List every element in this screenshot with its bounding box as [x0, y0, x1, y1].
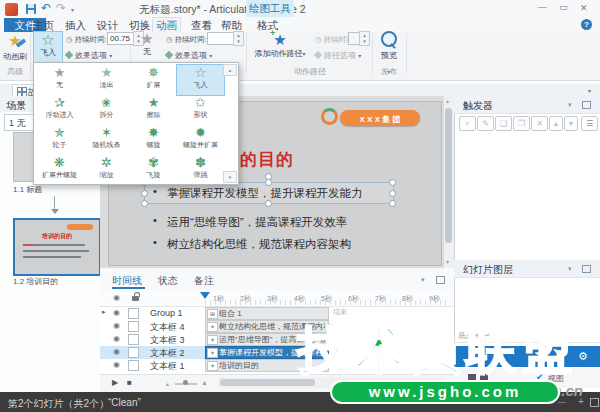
move-up-button[interactable]: ▴ [549, 116, 563, 131]
save-icon[interactable] [26, 4, 36, 14]
play-button[interactable]: ▶ [112, 378, 118, 387]
paste-trigger-button[interactable]: ❐ [513, 116, 530, 131]
tab-format[interactable]: 格式 [254, 18, 281, 32]
animation-option-grow-spin[interactable]: ❋ 扩展并螺旋 [36, 155, 83, 185]
layer-settings-gear-icon[interactable]: ⚙ [578, 350, 588, 363]
zoom-out-icon[interactable]: ▲ [165, 381, 170, 387]
path-duration-spinner[interactable]: ▴▾ [359, 31, 370, 46]
exit-effect-button[interactable]: ★ 无 ▾ [133, 31, 161, 63]
resize-handle[interactable] [389, 200, 396, 207]
eye-column-icon[interactable]: ◉ [113, 293, 120, 302]
animation-option-shape[interactable]: ✩ 形状 [177, 95, 224, 125]
resize-handle[interactable] [265, 200, 272, 207]
resize-handle[interactable] [265, 179, 272, 186]
layers-popout-icon[interactable] [582, 265, 591, 273]
undo-icon[interactable]: ↶ [41, 1, 51, 15]
slide-bullet-2[interactable]: 运用“思维导图”，提高课程开发效率 [167, 215, 347, 230]
resize-handle[interactable] [141, 200, 148, 207]
timeline-bar-group[interactable]: ⊞ 组合 1 [205, 307, 329, 320]
stop-button[interactable]: ■ [127, 378, 132, 387]
help-icon[interactable]: ? [581, 19, 592, 30]
redo-icon[interactable]: ↷ [56, 1, 66, 15]
slide-thumbnail-2[interactable]: 培训的目的 [13, 218, 101, 276]
tab-notes[interactable]: 备注 [194, 274, 214, 288]
timeline-row-name[interactable]: 文本框 2 [150, 347, 185, 360]
viewbar-dropdown-icon[interactable]: ▾ [588, 87, 591, 94]
minimize-button[interactable]: — [538, 2, 547, 12]
animation-option-fly-in[interactable]: ☆ 飞入 [176, 64, 225, 96]
path-options[interactable]: 路径选项 ▾ [315, 50, 361, 61]
exit-duration-spinner[interactable]: ▴▾ [233, 31, 244, 46]
entrance-duration-input[interactable]: 00.75 [107, 32, 135, 45]
exit-duration-input[interactable] [207, 32, 235, 45]
animation-option-grow[interactable]: ✵ 扩展 [130, 65, 177, 95]
timeline-menu-icon[interactable]: ▾ [421, 276, 425, 284]
timeline-row-name[interactable]: Group 1 [150, 308, 183, 318]
timeline-row-name[interactable]: 文本框 4 [150, 321, 185, 334]
row-lock-checkbox[interactable] [128, 321, 139, 332]
trigger-list-button[interactable]: ☰ [581, 116, 598, 131]
row-lock-checkbox[interactable] [128, 334, 139, 345]
animation-option-swivel[interactable]: ✾ 飞旋 [130, 155, 177, 185]
new-trigger-button[interactable]: ▫ [459, 116, 476, 131]
tab-home[interactable]: 主页 [30, 18, 57, 32]
entrance-effect-options[interactable]: 效果选项 ▾ [66, 50, 112, 61]
playhead[interactable] [200, 292, 210, 299]
row-eye-icon[interactable]: ◉ [113, 360, 120, 369]
animation-option-none[interactable]: ★ 无 [36, 65, 83, 95]
delete-trigger-button[interactable]: ✕ [531, 116, 548, 131]
animation-painter-button[interactable]: ★ 动画刷 [1, 32, 29, 62]
tab-design[interactable]: 设计 [94, 18, 121, 32]
maximize-button[interactable]: ▭ [559, 2, 568, 12]
copy-trigger-button[interactable]: ❏ [495, 116, 512, 131]
triggers-popout-icon[interactable] [582, 101, 591, 109]
gallery-scroll-up-icon[interactable]: ▴ [223, 64, 237, 76]
animation-option-random-bars[interactable]: ✶ 随机线条 [83, 125, 130, 155]
edit-trigger-button[interactable]: ✎ [477, 116, 494, 131]
animation-option-wheel[interactable]: ✯ 轮子 [36, 125, 83, 155]
slide-scrollbar[interactable]: ▴ ▾ [444, 96, 454, 268]
row-eye-icon[interactable]: ◉ [113, 308, 120, 317]
row-eye-icon[interactable]: ◉ [113, 334, 120, 343]
entrance-effect-button[interactable]: ☆ 飞入 ▾ [33, 31, 63, 65]
timeline-popout-icon[interactable] [436, 276, 445, 284]
animation-option-fade[interactable]: ★ 淡出 [83, 65, 130, 95]
row-lock-checkbox[interactable] [128, 308, 139, 319]
exit-effect-options[interactable]: 效果选项 ▾ [166, 50, 212, 61]
fit-to-window-icon[interactable] [590, 398, 599, 407]
timeline-zoom-knob[interactable] [183, 380, 188, 385]
animation-option-wipe[interactable]: ★ 擦除 [130, 95, 177, 125]
tab-timeline[interactable]: 时间线 [112, 274, 142, 288]
row-eye-icon[interactable]: ◉ [113, 321, 120, 330]
triggers-menu-icon[interactable]: ▾ [568, 101, 572, 109]
gallery-scroll-down-icon[interactable]: ▾ [223, 171, 237, 183]
animation-option-zoom[interactable]: ✲ 缩放 [83, 155, 130, 185]
row-lock-checkbox[interactable] [128, 347, 139, 358]
close-button[interactable]: ✕ [580, 3, 588, 13]
row-eye-icon[interactable]: ◉ [113, 347, 120, 356]
tab-insert[interactable]: 插入 [62, 18, 89, 32]
animation-option-split[interactable]: ✬ 拆分 [83, 95, 130, 125]
animation-option-spin[interactable]: ✸ 螺旋 [130, 125, 177, 155]
layers-menu-icon[interactable]: ▾ [568, 265, 572, 273]
slide-bullet-1[interactable]: 掌握课程开发模型，提升课程开发能力 [167, 186, 363, 201]
resize-handle[interactable] [389, 190, 396, 197]
animation-option-float-in[interactable]: ✰ 浮动进入 [36, 95, 83, 125]
zoom-in-icon[interactable]: ▲ [201, 379, 208, 386]
tab-help[interactable]: 帮助 [218, 18, 245, 32]
move-down-button[interactable]: ▾ [564, 116, 578, 131]
add-motion-path-button[interactable]: ★ + 添加动作路径▾ [250, 31, 310, 59]
slide-bullet-3[interactable]: 树立结构化思维，规范课程内容架构 [167, 237, 351, 252]
tab-states[interactable]: 状态 [158, 274, 178, 288]
row-expander-icon[interactable]: ▸ [102, 308, 106, 316]
resize-handle[interactable] [389, 179, 396, 186]
timeline-row-name[interactable]: 文本框 1 [150, 360, 185, 373]
qat-dropdown-icon[interactable]: ▾ [71, 6, 74, 13]
hscrollbar-thumb[interactable] [220, 379, 315, 386]
row-lock-checkbox[interactable] [128, 360, 139, 371]
animation-option-spin-grow[interactable]: ✹ 螺旋并扩展 [177, 125, 224, 155]
animation-option-bounce[interactable]: ✽ 弹跳 [177, 155, 224, 185]
resize-handle[interactable] [141, 190, 148, 197]
tab-view[interactable]: 查看 [188, 18, 215, 32]
scrollbar-thumb[interactable] [445, 108, 452, 243]
